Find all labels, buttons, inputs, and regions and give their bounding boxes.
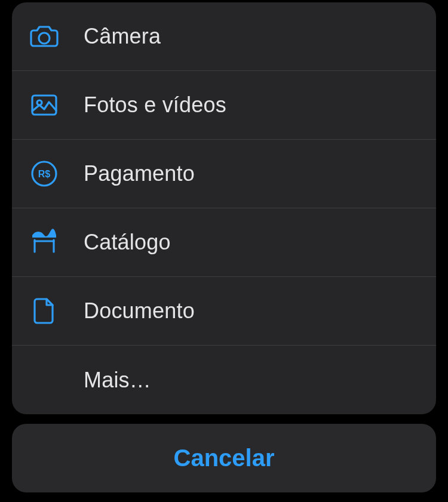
payment-icon: R$	[30, 159, 84, 188]
action-sheet: Câmera Fotos e vídeos R$ Pagamento	[12, 2, 436, 414]
sheet-item-more[interactable]: Mais…	[12, 346, 436, 414]
cancel-button[interactable]: Cancelar	[12, 424, 436, 492]
sheet-item-camera[interactable]: Câmera	[12, 2, 436, 71]
sheet-item-payment[interactable]: R$ Pagamento	[12, 140, 436, 208]
sheet-item-document[interactable]: Documento	[12, 277, 436, 346]
sheet-item-photos-videos[interactable]: Fotos e vídeos	[12, 71, 436, 140]
svg-text:R$: R$	[38, 169, 51, 179]
cancel-label: Cancelar	[174, 445, 275, 472]
sheet-item-label: Documento	[84, 298, 195, 324]
sheet-item-label: Catálogo	[84, 230, 171, 255]
sheet-item-label: Mais…	[84, 368, 151, 393]
camera-icon	[30, 22, 84, 51]
svg-point-0	[39, 33, 50, 44]
document-icon	[30, 297, 84, 325]
catalog-icon	[30, 228, 84, 257]
sheet-item-label: Fotos e vídeos	[84, 93, 226, 118]
sheet-item-label: Pagamento	[84, 161, 195, 186]
sheet-item-label: Câmera	[84, 24, 161, 49]
photo-icon	[30, 91, 84, 119]
sheet-item-catalog[interactable]: Catálogo	[12, 208, 436, 277]
